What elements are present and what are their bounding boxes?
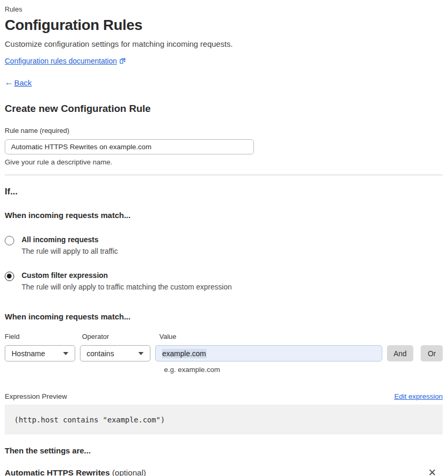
rule-name-label: Rule name (required) [5,127,443,134]
or-button[interactable]: Or [421,345,443,361]
operator-select[interactable]: contains [80,345,150,361]
radio-button-icon-selected[interactable] [5,272,14,281]
radio-description: The rule will apply to all traffic [22,247,118,255]
radio-button-icon[interactable] [5,236,14,245]
setting-optional-tag: (optional) [112,468,146,476]
rule-name-input[interactable] [5,139,254,154]
expression-code: (http.host contains "example.com") [14,416,165,424]
value-input[interactable]: example.com [155,345,382,361]
rule-name-help: Give your rule a descriptive name. [5,158,443,166]
then-settings-heading: Then the settings are... [5,446,443,455]
if-heading: If... [5,187,443,197]
expression-preview-label: Expression Preview [5,392,67,400]
chevron-down-icon [63,352,68,355]
operator-select-value: contains [87,349,114,358]
chevron-down-icon [138,352,144,355]
radio-label: All incoming requests [22,235,118,244]
radio-description: The rule will only apply to traffic matc… [22,283,232,291]
configuration-rules-page: Rules Configuration Rules Customize conf… [5,5,443,476]
page-title: Configuration Rules [5,17,443,34]
edit-expression-link[interactable]: Edit expression [394,392,443,400]
back-link[interactable]: Back [14,78,32,87]
value-label: Value [159,333,176,340]
radio-label: Custom filter expression [22,271,232,280]
close-icon[interactable]: ✕ [428,468,436,476]
field-select-value: Hostname [12,349,45,358]
expression-code-block: (http.host contains "example.com") [5,405,443,434]
external-link-icon [119,58,126,64]
page-subtitle: Customize configuration settings for mat… [5,39,443,48]
field-label: Field [5,333,82,340]
back-arrow-icon: ← [5,78,13,87]
radio-custom-filter-expression[interactable]: Custom filter expression The rule will o… [5,271,443,291]
section-divider [5,174,443,175]
documentation-link[interactable]: Configuration rules documentation [5,57,117,65]
value-help-text: e.g. example.com [164,366,443,374]
value-input-text: example.com [162,349,207,358]
setting-name: Automatic HTTPS Rewrites [5,468,110,476]
field-select[interactable]: Hostname [5,345,75,361]
match-heading: When incoming requests match... [5,211,443,220]
breadcrumb: Rules [5,5,443,13]
operator-label: Operator [82,333,159,340]
create-rule-heading: Create new Configuration Rule [5,103,443,115]
radio-all-incoming-requests[interactable]: All incoming requests The rule will appl… [5,235,443,255]
and-button[interactable]: And [387,345,414,361]
builder-heading: When incoming requests match... [5,312,443,321]
